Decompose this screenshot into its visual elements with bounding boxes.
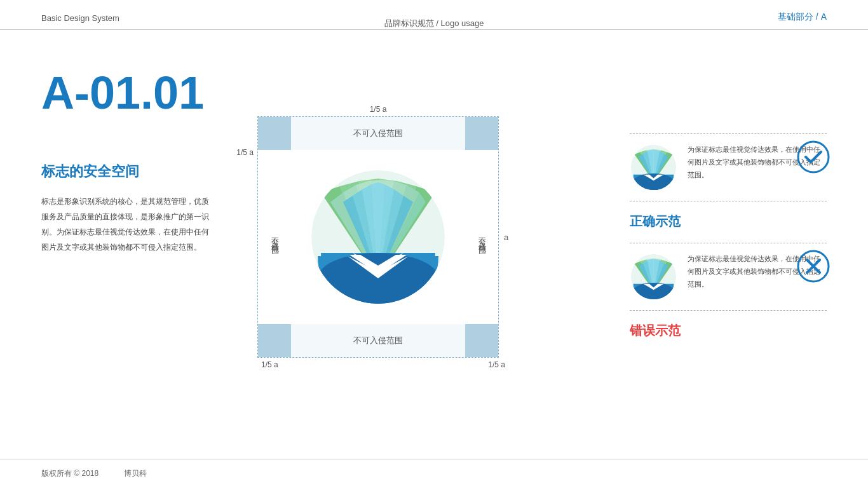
left-side-label: 不可入侵范围	[269, 231, 280, 243]
error-icon	[797, 250, 830, 283]
bottom-label-right: 1/5 a	[488, 360, 505, 369]
left-section: 标志的安全空间 标志是形象识别系统的核心，是其规范管理，优质服务及产品质量的直接…	[41, 162, 213, 255]
footer: 版权所有 © 2018 博贝科	[0, 459, 868, 488]
left-side-label-wrap: 不可入侵范围	[258, 150, 291, 324]
error-text-area: 为保证标志最佳视觉传达效果，在使用中任何图片及文字或其他装饰物都不可侵入指定范围…	[688, 253, 827, 290]
corner-bl	[258, 324, 291, 357]
svg-point-9	[634, 173, 674, 190]
correct-logo-small	[630, 144, 677, 191]
header-left: Basic Design System	[41, 13, 119, 23]
right-a-label-wrap: a	[499, 116, 508, 358]
bottom-strip: 不可入侵范围	[291, 324, 465, 357]
footer-copyright: 版权所有 © 2018	[41, 468, 98, 479]
footer-company: 博贝科	[124, 468, 147, 479]
correct-title-wrap: 正确示范	[630, 201, 827, 230]
svg-point-11	[798, 142, 829, 172]
top-strip: 不可入侵范围	[291, 117, 465, 150]
right-section: 为保证标志最佳视觉传达效果，在使用中任何图片及文字或其他装饰物都不可侵入指定范围…	[630, 133, 827, 339]
a-label: a	[504, 233, 508, 242]
bottom-label-left: 1/5 a	[261, 360, 278, 369]
top-label-row: 1/5 a	[232, 105, 524, 114]
correct-title: 正确示范	[630, 213, 827, 230]
section-title: 标志的安全空间	[41, 162, 213, 181]
outer-diagram-box: 不可入侵范围 不可入侵范围 不可入侵范围 不可入侵范围	[257, 116, 499, 358]
correct-logo-wrap	[630, 144, 677, 191]
right-side-label: 不可入侵范围	[477, 231, 487, 243]
error-title-wrap: 错误示范	[630, 311, 827, 339]
center-diagram: 1/5 a 1/5 a 不可入侵范围 不可入侵范围 不可入侵范围	[232, 105, 524, 369]
top-label: 1/5 a	[370, 105, 387, 114]
bottom-labels: 1/5 a 1/5 a	[261, 360, 505, 369]
header-right: 基础部分 / A	[778, 11, 827, 23]
corner-br	[465, 324, 498, 357]
error-logo-wrap	[630, 253, 677, 301]
svg-point-14	[634, 283, 674, 299]
correct-example-block: 为保证标志最佳视觉传达效果，在使用中任何图片及文字或其他装饰物都不可侵入指定范围…	[630, 133, 827, 201]
header-center: 品牌标识规范 / Logo usage	[384, 18, 484, 29]
left-label-top: 1/5 a	[236, 148, 254, 157]
check-icon	[797, 140, 830, 173]
section-body: 标志是形象识别系统的核心，是其规范管理，优质服务及产品质量的直接体现，是形象推广…	[41, 194, 213, 255]
logo-svg	[308, 167, 448, 307]
error-example-block: 为保证标志最佳视觉传达效果，在使用中任何图片及文字或其他装饰物都不可侵入指定范围…	[630, 243, 827, 311]
logo-area	[291, 150, 465, 324]
right-side-label-wrap: 不可入侵范围	[465, 150, 498, 324]
error-title: 错误示范	[630, 322, 827, 339]
corner-tl	[258, 117, 291, 150]
page-code: A-01.01	[41, 70, 204, 116]
header: Basic Design System 品牌标识规范 / Logo usage …	[0, 0, 868, 30]
corner-tr	[465, 117, 498, 150]
error-logo-small	[630, 253, 677, 301]
correct-text-area: 为保证标志最佳视觉传达效果，在使用中任何图片及文字或其他装饰物都不可侵入指定范围…	[688, 144, 827, 181]
